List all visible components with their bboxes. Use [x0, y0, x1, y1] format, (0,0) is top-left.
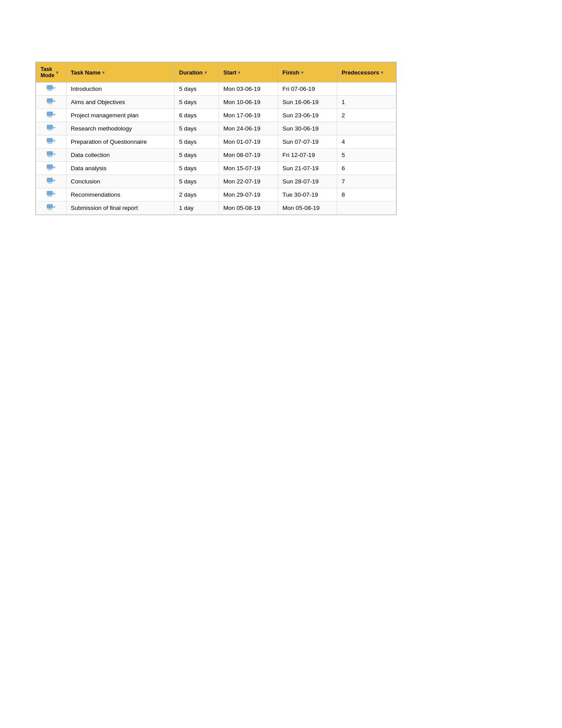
task-predecessors-cell: 5	[337, 149, 396, 162]
task-mode-icon	[46, 97, 56, 105]
task-start-cell: Mon 15-07-19	[219, 162, 278, 175]
task-mode-cell	[36, 162, 67, 175]
task-mode-cell	[36, 175, 67, 188]
table-body: Introduction5 daysMon 03-06-19Fri 07-06-…	[36, 82, 396, 215]
task-duration-cell: 5 days	[175, 149, 219, 162]
table-row: Preparation of Questionnaire5 daysMon 01…	[36, 135, 396, 149]
task-duration-cell: 1 day	[175, 202, 219, 215]
table-row: Research methodology5 daysMon 24-06-19Su…	[36, 122, 396, 135]
col-header-finish[interactable]: Finish ▾	[278, 63, 337, 82]
table-row: Submission of final report1 dayMon 05-08…	[36, 202, 396, 215]
task-mode-icon	[46, 137, 56, 145]
task-mode-icon	[46, 124, 56, 132]
task-mode-icon	[46, 84, 56, 92]
table-row: Data analysis5 daysMon 15-07-19Sun 21-07…	[36, 162, 396, 175]
task-mode-icon	[46, 177, 56, 185]
svg-marker-28	[53, 206, 56, 208]
table-header-row: Task Mode ▾ Task Name ▾ Duration	[36, 63, 396, 82]
header-finish-label: Finish	[283, 69, 299, 76]
task-start-cell: Mon 01-07-19	[219, 135, 278, 149]
task-name-cell: Conclusion	[66, 175, 175, 188]
task-duration-cell: 5 days	[175, 135, 219, 149]
svg-marker-7	[53, 114, 56, 116]
gantt-table: Task Mode ▾ Task Name ▾ Duration	[36, 62, 396, 215]
task-predecessors-cell	[337, 82, 396, 96]
task-name-cell: Aims and Objectives	[66, 96, 175, 109]
task-mode-icon	[46, 203, 56, 211]
svg-rect-20	[48, 169, 52, 170]
header-duration-label: Duration	[179, 69, 202, 76]
task-finish-cell: Sun 23-06-19	[278, 109, 337, 122]
task-predecessors-cell	[337, 122, 396, 135]
task-finish-cell: Sun 30-06-19	[278, 122, 337, 135]
task-start-cell: Mon 10-06-19	[219, 96, 278, 109]
svg-rect-11	[48, 130, 52, 131]
task-mode-dropdown-icon[interactable]: ▾	[56, 70, 58, 75]
finish-dropdown-icon[interactable]: ▾	[301, 70, 303, 75]
table-row: Project management plan6 daysMon 17-06-1…	[36, 109, 396, 122]
duration-dropdown-icon[interactable]: ▾	[205, 70, 207, 75]
svg-rect-3	[47, 98, 53, 103]
task-duration-cell: 6 days	[175, 109, 219, 122]
gantt-table-wrapper: Task Mode ▾ Task Name ▾ Duration	[35, 62, 397, 215]
task-mode-icon	[46, 190, 56, 198]
task-name-cell: Data analysis	[66, 162, 175, 175]
col-header-predecessors[interactable]: Predecessors ▾	[337, 63, 396, 82]
table-row: Conclusion5 daysMon 22-07-19Sun 28-07-19…	[36, 175, 396, 188]
task-mode-cell	[36, 149, 67, 162]
svg-rect-6	[47, 112, 53, 116]
task-mode-icon	[46, 111, 56, 119]
task-mode-cell	[36, 202, 67, 215]
task-start-cell: Mon 22-07-19	[219, 175, 278, 188]
task-finish-cell: Sun 07-07-19	[278, 135, 337, 149]
task-start-cell: Mon 08-07-19	[219, 149, 278, 162]
task-finish-cell: Sun 16-06-19	[278, 96, 337, 109]
task-name-cell: Submission of final report	[66, 202, 175, 215]
task-mode-cell	[36, 122, 67, 135]
col-header-task-mode[interactable]: Task Mode ▾	[36, 63, 67, 82]
table-row: Introduction5 daysMon 03-06-19Fri 07-06-…	[36, 82, 396, 96]
svg-rect-15	[47, 151, 53, 156]
predecessors-dropdown-icon[interactable]: ▾	[381, 70, 383, 75]
col-header-duration[interactable]: Duration ▾	[175, 63, 219, 82]
task-start-cell: Mon 03-06-19	[219, 82, 278, 96]
header-predecessors-label: Predecessors	[342, 69, 379, 76]
task-duration-cell: 5 days	[175, 82, 219, 96]
svg-marker-4	[53, 101, 56, 102]
task-duration-cell: 5 days	[175, 122, 219, 135]
task-duration-cell: 5 days	[175, 175, 219, 188]
col-header-start[interactable]: Start ▾	[219, 63, 278, 82]
task-name-cell: Introduction	[66, 82, 175, 96]
svg-rect-12	[47, 138, 53, 142]
svg-marker-19	[53, 167, 56, 168]
task-finish-cell: Fri 07-06-19	[278, 82, 337, 96]
task-predecessors-cell: 2	[337, 109, 396, 122]
task-duration-cell: 2 days	[175, 188, 219, 202]
task-mode-icon	[46, 150, 56, 158]
task-start-cell: Mon 17-06-19	[219, 109, 278, 122]
task-name-dropdown-icon[interactable]: ▾	[102, 70, 104, 75]
task-mode-cell	[36, 96, 67, 109]
task-predecessors-cell: 4	[337, 135, 396, 149]
table-row: Recommendations2 daysMon 29-07-19Tue 30-…	[36, 188, 396, 202]
col-header-task-name[interactable]: Task Name ▾	[66, 63, 175, 82]
header-task-label: Task	[41, 66, 54, 72]
svg-rect-0	[47, 85, 53, 90]
svg-rect-29	[48, 209, 52, 210]
svg-rect-23	[48, 183, 52, 183]
task-finish-cell: Fri 12-07-19	[278, 149, 337, 162]
task-predecessors-cell: 7	[337, 175, 396, 188]
svg-marker-16	[53, 153, 56, 155]
start-dropdown-icon[interactable]: ▾	[238, 70, 240, 75]
svg-rect-17	[48, 156, 52, 157]
task-finish-cell: Tue 30-07-19	[278, 188, 337, 202]
svg-rect-24	[47, 191, 53, 195]
svg-rect-9	[47, 125, 53, 129]
svg-rect-8	[48, 116, 52, 117]
svg-marker-13	[53, 140, 56, 142]
header-start-label: Start	[223, 69, 237, 76]
task-finish-cell: Sun 28-07-19	[278, 175, 337, 188]
task-mode-cell	[36, 82, 67, 96]
task-name-cell: Preparation of Questionnaire	[66, 135, 175, 149]
task-mode-cell	[36, 109, 67, 122]
